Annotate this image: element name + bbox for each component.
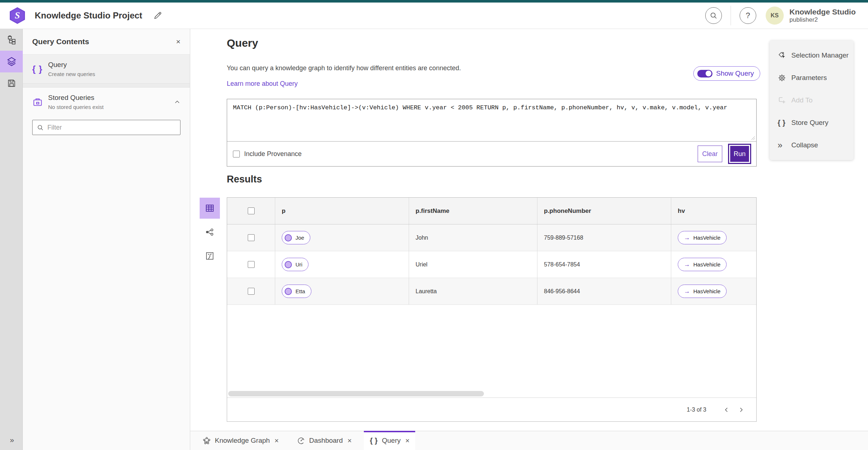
entity-label: Uri [295, 261, 302, 268]
question-mark-icon: ? [746, 11, 750, 20]
link-chart-icon [205, 227, 214, 237]
add-to-icon [778, 96, 791, 105]
close-tab-icon[interactable]: × [405, 437, 410, 445]
panel-item-stored-queries[interactable]: Stored Queries No stored queries exist [23, 88, 190, 116]
stored-queries-title: Stored Queries [48, 94, 103, 102]
cell-firstname: Lauretta [409, 278, 537, 304]
tool-label: Store Query [791, 119, 828, 127]
relationship-pill[interactable]: → HasVehicle [678, 258, 727, 271]
close-tab-icon[interactable]: × [348, 437, 352, 445]
tab-label: Dashboard [309, 437, 343, 445]
next-page-button[interactable] [734, 403, 748, 417]
query-tools-panel: Selection Manager Parameters Add To [770, 41, 854, 160]
column-header-firstname[interactable]: p.firstName [409, 198, 537, 224]
braces-icon: { } [370, 437, 378, 445]
select-all-checkbox[interactable] [248, 207, 255, 214]
tab-label: Query [382, 437, 401, 445]
run-button[interactable]: Run [728, 144, 751, 164]
entity-label: Joe [295, 235, 304, 241]
entity-pill[interactable]: Etta [282, 285, 311, 298]
panel-header: Query Contents × [23, 29, 190, 55]
user-role: publisher2 [790, 16, 856, 24]
row-checkbox[interactable] [248, 234, 255, 241]
query-description: You can query a knowledge graph to ident… [227, 64, 461, 72]
table-row[interactable]: Uri Uriel 578-654-7854 → HasVehicle [227, 251, 756, 278]
clear-button[interactable]: Clear [698, 146, 722, 162]
project-title: Knowledge Studio Project [35, 10, 142, 21]
include-provenance-checkbox[interactable] [233, 151, 240, 157]
row-checkbox[interactable] [248, 288, 255, 295]
relationship-label: HasVehicle [693, 261, 720, 268]
column-header-p[interactable]: p [275, 198, 409, 224]
graph-view-button[interactable] [200, 222, 220, 243]
avatar[interactable]: KS [766, 7, 784, 25]
previous-page-button[interactable] [719, 403, 734, 417]
column-header-hv[interactable]: hv [671, 198, 756, 224]
resize-grip-icon[interactable] [751, 136, 755, 140]
help-button[interactable]: ? [740, 7, 756, 24]
selection-manager-button[interactable]: Selection Manager [770, 44, 854, 67]
entity-pill[interactable]: Uri [282, 258, 309, 271]
relationship-label: HasVehicle [693, 288, 720, 294]
entity-dot-icon [285, 261, 292, 268]
topbar-right-group: ? KS Knowledge Studio publisher2 [705, 6, 856, 25]
panel-item-query[interactable]: { } Query Create new queries [23, 55, 190, 83]
entity-dot-icon [285, 288, 292, 295]
toggle-knob [706, 71, 711, 76]
table-header-row: p p.firstName p.phoneNumber hv [227, 198, 756, 224]
tab-dashboard[interactable]: Dashboard × [291, 431, 358, 450]
show-query-toggle[interactable]: Show Query [693, 66, 760, 81]
row-checkbox[interactable] [248, 261, 255, 268]
parameters-button[interactable]: Parameters [770, 67, 854, 89]
relationship-pill[interactable]: → HasVehicle [678, 285, 727, 298]
panel-item-title: Query [48, 61, 95, 69]
pagination-bar: 1-3 of 3 [227, 398, 756, 421]
include-provenance-label: Include Provenance [244, 150, 302, 158]
search-button[interactable] [705, 7, 722, 24]
tool-label: Selection Manager [791, 51, 848, 59]
column-header-phonenumber[interactable]: p.phoneNumber [537, 198, 671, 224]
cell-phonenumber: 578-654-7854 [537, 251, 671, 278]
relationship-pill[interactable]: → HasVehicle [678, 231, 727, 244]
learn-more-link[interactable]: Learn more about Query [227, 80, 298, 88]
query-editor-footer: Include Provenance Clear Run [227, 142, 756, 166]
filter-input[interactable] [47, 124, 176, 131]
filter-input-box[interactable] [32, 120, 180, 135]
table-row[interactable]: Etta Lauretta 846-956-8644 → HasVehicle [227, 278, 756, 305]
sidebar-item-knowledge-graph[interactable] [0, 29, 23, 51]
close-tab-icon[interactable]: × [275, 437, 279, 445]
arrow-right-icon: → [684, 234, 690, 241]
table-view-button[interactable] [200, 198, 220, 219]
hierarchy-icon [7, 35, 16, 45]
results-table: p p.firstName p.phoneNumber hv Joe John … [227, 197, 757, 422]
sidebar-item-layers-active[interactable] [0, 51, 23, 72]
cell-firstname: John [409, 224, 537, 251]
store-query-button[interactable]: { } Store Query [770, 112, 854, 134]
tool-label: Add To [791, 96, 813, 104]
app-logo-icon: S [9, 7, 25, 24]
tab-knowledge-graph[interactable]: Knowledge Graph × [197, 431, 285, 450]
horizontal-scrollbar[interactable] [228, 391, 484, 396]
filter-search-icon [37, 124, 44, 131]
table-row[interactable]: Joe John 759-889-57168 → HasVehicle [227, 224, 756, 251]
folder-icon [32, 97, 48, 107]
sidebar-item-save[interactable] [0, 72, 23, 94]
editor-buttons: Clear Run [698, 144, 751, 164]
cell-firstname: Uriel [409, 251, 537, 278]
collapse-panel-button[interactable]: » Collapse [770, 134, 854, 156]
tool-label: Collapse [791, 141, 818, 149]
entity-dot-icon [285, 234, 292, 241]
close-panel-button[interactable]: × [176, 37, 180, 46]
map-view-button[interactable] [200, 245, 220, 266]
entity-label: Etta [295, 288, 305, 294]
knowledge-graph-icon [203, 437, 211, 445]
entity-pill[interactable]: Joe [282, 231, 310, 244]
collapse-section-button[interactable] [174, 99, 180, 105]
query-textarea-wrap: MATCH (p:Person)-[hv:HasVehicle]->(v:Veh… [227, 99, 756, 142]
table-icon [205, 203, 214, 213]
expand-rail-button[interactable]: » [0, 436, 23, 444]
tab-query-active[interactable]: { } Query × [364, 431, 415, 450]
table-empty-space [227, 305, 756, 398]
edit-title-button[interactable] [153, 11, 162, 20]
query-textarea[interactable]: MATCH (p:Person)-[hv:HasVehicle]->(v:Veh… [227, 99, 756, 141]
